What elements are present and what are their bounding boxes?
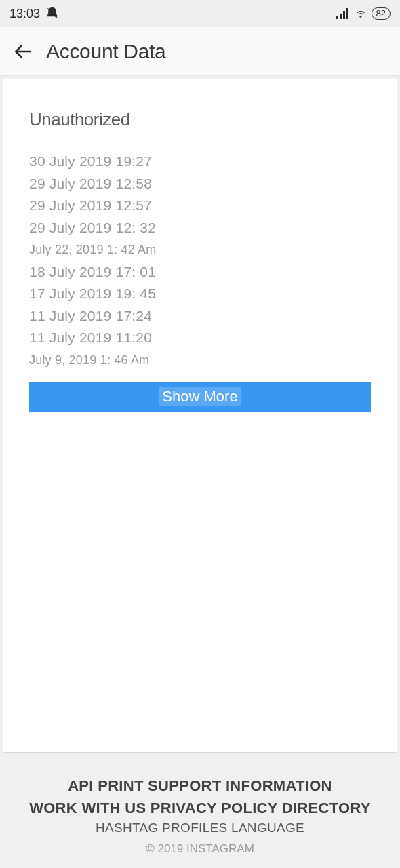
activity-item: 11 July 2019 17:24 — [29, 305, 371, 328]
svg-rect-0 — [336, 16, 338, 19]
svg-rect-3 — [346, 8, 348, 19]
activity-item: July 22, 2019 1: 42 Am — [29, 239, 371, 260]
activity-item: 29 July 2019 12: 32 — [29, 217, 371, 239]
footer: API PRINT SUPPORT INFORMATION WORK WITH … — [0, 765, 400, 868]
svg-rect-2 — [343, 11, 345, 19]
activity-item: July 9, 2019 1: 46 Am — [29, 349, 371, 371]
footer-links-row-2[interactable]: WORK WITH US PRIVACY POLICY DIRECTORY — [7, 797, 393, 819]
status-left: 13:03 — [9, 7, 59, 21]
activity-item: 11 July 2019 11:20 — [29, 327, 371, 349]
content-card: Unauthorized 30 July 2019 19:2729 July 2… — [3, 79, 397, 753]
activity-item: 29 July 2019 12:58 — [29, 173, 371, 195]
mute-icon — [45, 7, 59, 20]
header-bar: Account Data — [0, 27, 400, 76]
svg-rect-1 — [340, 14, 342, 19]
arrow-left-icon — [12, 41, 34, 62]
signal-icon — [336, 8, 350, 19]
footer-links-row-3[interactable]: HASHTAG PROFILES LANGUAGE — [7, 821, 393, 835]
show-more-button[interactable]: Show More — [29, 382, 371, 412]
battery-indicator: 82 — [372, 7, 391, 20]
activity-item: 18 July 2019 17: 01 — [29, 261, 371, 283]
activity-item: 30 July 2019 19:27 — [29, 151, 371, 173]
back-button[interactable] — [9, 38, 37, 65]
footer-copyright: © 2019 INSTAGRAM — [7, 842, 393, 856]
section-title: Unauthorized — [29, 109, 371, 130]
activity-item: 17 July 2019 19: 45 — [29, 283, 371, 305]
status-bar: 13:03 82 — [0, 0, 400, 27]
footer-links-row-1[interactable]: API PRINT SUPPORT INFORMATION — [7, 774, 393, 797]
activity-list: 30 July 2019 19:2729 July 2019 12:5829 J… — [29, 151, 371, 371]
wifi-icon — [354, 8, 367, 19]
status-right: 82 — [336, 7, 391, 20]
status-time: 13:03 — [9, 7, 40, 21]
page-title: Account Data — [46, 40, 166, 63]
activity-item: 29 July 2019 12:57 — [29, 195, 371, 217]
show-more-label: Show More — [159, 387, 240, 406]
